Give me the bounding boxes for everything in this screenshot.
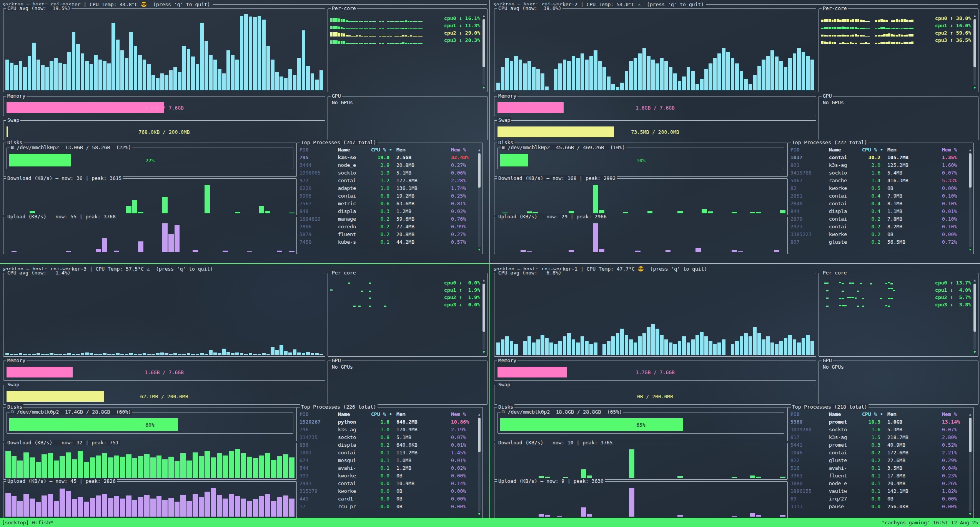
pane-divider-horizontal-left-active[interactable] <box>0 263 490 264</box>
scrollbar-track[interactable] <box>478 417 481 512</box>
per-core-scrollbar[interactable]: ▲▼ <box>482 279 486 354</box>
scroll-down-icon[interactable]: ▼ <box>483 86 485 90</box>
process-row[interactable]: 449card1-0.00B0.00% <box>299 495 475 503</box>
process-row[interactable]: 3313pause0.0256.0KB0.00% <box>790 503 966 510</box>
scroll-up-icon[interactable]: ▲ <box>969 148 971 152</box>
process-row[interactable]: 2991contai0.010.9MB0.14% <box>299 480 475 487</box>
process-row[interactable]: 1896155vaultw0.1142.1MB1.82% <box>790 487 966 495</box>
scroll-down-icon[interactable]: ▼ <box>974 86 976 90</box>
process-row[interactable]: 1001contai0.1113.2MB1.45% <box>299 449 475 457</box>
process-row[interactable]: 1884629manage0.259.6MB0.76% <box>299 215 475 223</box>
process-row[interactable]: 817k3s-ag1.5218.7MB2.80% <box>790 434 966 441</box>
process-row[interactable]: 836displa0.2640.0KB0.01% <box>299 441 475 449</box>
col-header-pid[interactable]: PID <box>299 411 335 418</box>
process-row[interactable]: 5067ranche1.4416.3MB5.33% <box>790 177 966 185</box>
process-row[interactable]: 1998005sockto1.95.1MB0.06% <box>299 169 475 177</box>
pane-rpi-master[interactable]: socktop — host: rpi-master | CPU Temp: 4… <box>0 0 489 254</box>
col-header-mem[interactable]: Mem <box>396 146 448 154</box>
process-scrollbar[interactable]: ▲▼ <box>968 148 972 251</box>
process-row[interactable]: 801k3s-ag2.0125.2MB1.60% <box>790 161 966 169</box>
process-row[interactable]: 3029280sockto1.65.3MB0.07% <box>790 426 966 434</box>
scroll-down-icon[interactable]: ▼ <box>974 351 976 354</box>
process-row[interactable]: 5441promet0.340.9MB0.52% <box>790 441 966 449</box>
col-header-cpu[interactable]: CPU % • <box>862 411 884 418</box>
scrollbar-track[interactable] <box>483 18 485 85</box>
scroll-down-icon[interactable]: ▼ <box>969 512 971 516</box>
tmux-status-bar[interactable]: [socktop] 0:fish* "cachyos-gaming" 16:51… <box>0 518 980 527</box>
scroll-up-icon[interactable]: ▲ <box>478 148 480 152</box>
col-header-name[interactable]: Name <box>338 146 368 154</box>
col-header-pid[interactable]: PID <box>790 411 826 418</box>
scroll-up-icon[interactable]: ▲ <box>974 279 976 282</box>
process-scrollbar[interactable]: ▲▼ <box>477 413 481 516</box>
scroll-up-icon[interactable]: ▲ <box>483 14 485 18</box>
process-row[interactable]: 3963fluent0.117.8MB0.23% <box>790 472 966 480</box>
process-row[interactable]: 5879fluent0.220.8MB0.27% <box>299 231 475 238</box>
scroll-down-icon[interactable]: ▼ <box>478 512 480 516</box>
scrollbar-thumb[interactable] <box>973 19 976 67</box>
scrollbar-track[interactable] <box>969 417 972 512</box>
col-header-name[interactable]: Name <box>829 411 859 418</box>
process-row[interactable]: 69irq/270.00B0.00% <box>790 495 966 503</box>
pane-divider-vertical-bottom-active[interactable] <box>489 264 490 518</box>
col-header-memp[interactable]: Mem % <box>942 411 966 418</box>
col-header-name[interactable]: Name <box>338 411 368 418</box>
scrollbar-track[interactable] <box>973 18 976 85</box>
scrollbar-thumb[interactable] <box>969 153 972 188</box>
col-header-pid[interactable]: PID <box>299 146 335 154</box>
scrollbar-thumb[interactable] <box>478 153 481 188</box>
process-row[interactable]: 796k3s-ag1.0170.9MB2.19% <box>299 426 475 434</box>
process-row[interactable]: 393kworke0.00B0.00% <box>299 472 475 480</box>
process-row[interactable]: 7567metric0.663.6MB0.81% <box>299 200 475 208</box>
col-header-memp[interactable]: Mem % <box>942 146 966 154</box>
col-header-mem[interactable]: Mem <box>887 411 939 418</box>
pane-divider-horizontal-right[interactable] <box>490 263 980 264</box>
process-row[interactable]: 3880node_e0.120.4MB0.26% <box>790 480 966 487</box>
pane-divider-vertical-top[interactable] <box>489 0 490 264</box>
process-row[interactable]: 2879contai0.27.8MB0.10% <box>790 215 966 223</box>
col-header-pid[interactable]: PID <box>790 146 826 154</box>
scrollbar-thumb[interactable] <box>478 418 481 452</box>
scrollbar-track[interactable] <box>483 283 485 350</box>
scroll-down-icon[interactable]: ▼ <box>483 351 485 354</box>
process-row[interactable]: 972contai1.2177.8MB2.28% <box>299 177 475 185</box>
process-row[interactable]: 2923contai0.28.2MB0.10% <box>790 223 966 231</box>
process-row[interactable]: 314735sockto0.85.1MB0.07% <box>299 434 475 441</box>
process-row[interactable]: 2840contai0.48.1MB0.10% <box>790 200 966 208</box>
scroll-up-icon[interactable]: ▲ <box>969 413 971 416</box>
scrollbar-thumb[interactable] <box>973 284 976 332</box>
process-row[interactable]: 3444node_e2.920.8MB0.27% <box>299 161 475 169</box>
scrollbar-thumb[interactable] <box>483 284 485 332</box>
scrollbar-track[interactable] <box>969 153 972 247</box>
process-row[interactable]: 516avahi-0.13.5MB0.04% <box>790 464 966 472</box>
process-row[interactable]: 2806coredn0.277.4MB0.99% <box>299 223 475 231</box>
process-row[interactable]: 795k3s-se19.02.5GB32.48% <box>299 154 475 161</box>
pane-rpi-worker-2[interactable]: socktop — host: rpi-worker-2 | CPU Temp:… <box>491 0 980 254</box>
col-header-memp[interactable]: Mem % <box>451 146 475 154</box>
scroll-up-icon[interactable]: ▲ <box>483 279 485 282</box>
process-row[interactable]: 1046contai0.2172.6MB2.21% <box>790 449 966 457</box>
process-scrollbar[interactable]: ▲▼ <box>968 413 972 516</box>
process-row[interactable]: 822gluste0.222.6MB0.29% <box>790 457 966 464</box>
process-row[interactable]: 5380promet10.31.0GB13.14% <box>790 418 966 426</box>
scrollbar-thumb[interactable] <box>483 19 485 67</box>
scroll-down-icon[interactable]: ▼ <box>478 248 480 251</box>
process-row[interactable]: 807gluste0.256.5MB0.72% <box>790 238 966 246</box>
scrollbar-track[interactable] <box>973 283 976 350</box>
scroll-up-icon[interactable]: ▲ <box>974 14 976 18</box>
process-row[interactable]: 315379kworke0.00B0.00% <box>299 487 475 495</box>
process-row[interactable]: 7458kube-s0.144.2MB0.57% <box>299 238 475 246</box>
process-row[interactable]: 1520267python1.6848.2MB10.86% <box>299 418 475 426</box>
process-row[interactable]: 17rcu_pr0.00B0.00% <box>299 503 475 510</box>
scroll-up-icon[interactable]: ▲ <box>478 413 480 416</box>
process-row[interactable]: 1037contai30.2105.7MB1.35% <box>790 154 966 161</box>
process-row[interactable]: 82kworke0.50B0.00% <box>790 185 966 192</box>
col-header-memp[interactable]: Mem % <box>451 411 475 418</box>
process-row[interactable]: 5905contai0.819.2MB0.25% <box>299 192 475 200</box>
process-row[interactable]: 544avahi-0.11.2MB0.02% <box>299 464 475 472</box>
process-scrollbar[interactable]: ▲▼ <box>477 148 481 251</box>
col-header-cpu[interactable]: CPU % • <box>862 146 884 154</box>
pane-rpi-worker-3[interactable]: socktop — host: rpi-worker-3 | CPU Temp:… <box>0 264 489 518</box>
process-row[interactable]: 849displa0.31.2MB0.02% <box>299 208 475 215</box>
status-left-session-window[interactable]: [socktop] 0:fish* <box>2 520 53 525</box>
